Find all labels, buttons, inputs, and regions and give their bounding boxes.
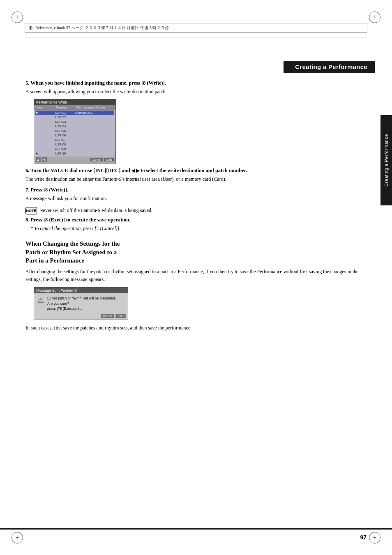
step-6-body: The write destination can be either the … <box>25 175 372 183</box>
step-5-heading: 5. When you have finished inputting the … <box>25 80 372 86</box>
step-6-heading-text: Turn the VALUE dial or use [INC][DEC] an… <box>30 168 131 173</box>
step-7-body: A message will ask you for confirmation. <box>25 195 372 203</box>
note-icon: NOTE <box>25 207 37 214</box>
header-bar: ⊕ Reference_e.book 97 ページ ２００３年７月１４日 月曜日… <box>25 23 367 33</box>
corner-mark-tr <box>369 12 380 23</box>
screen-cancel-btn[interactable]: Cancel <box>90 158 103 161</box>
note-box: NOTE Never switch off the Fantom-S while… <box>25 207 372 214</box>
arrow-right-icon: ▶ <box>136 168 139 173</box>
step-8-heading-text: Press [8 (Exec)] to execute the save ope… <box>31 217 131 223</box>
dialog-body-text: Edited patch or rhythm set will be disca… <box>47 296 116 311</box>
screen-row: USR:07 <box>35 138 114 142</box>
screen-row: USR:05 <box>35 129 114 133</box>
top-rule <box>25 37 367 37</box>
step-6-heading: 6. Turn the VALUE dial or use [INC][DEC]… <box>25 168 372 174</box>
step-5-number: 5. <box>25 80 29 86</box>
screen-row-selected: ★USR:01Sitar/Amus:C <box>35 111 114 115</box>
screen-write-btn[interactable]: Write <box>104 158 114 161</box>
page-title: Creating a Performance <box>284 61 375 73</box>
corner-mark-br <box>369 532 380 543</box>
right-tab-label: Creating a Performance <box>380 115 392 205</box>
message-dialog: Message from Fantom-S ⚠ Edited patch or … <box>34 287 128 320</box>
screen-row: ★USR:10 <box>35 151 114 156</box>
page-number: 97 <box>360 534 367 541</box>
section-heading: When Changing the Settings for thePatch … <box>25 240 372 265</box>
step-6-number: 6. <box>25 168 29 173</box>
dialog-footer: Cancel Exec <box>34 313 128 320</box>
step-5: 5. When you have finished inputting the … <box>25 80 372 164</box>
screen-row: USR:02 <box>35 115 114 120</box>
step-8-heading: 8. Press [8 (Exec)] to execute the save … <box>25 217 372 223</box>
note-text: Never switch off the Fantom-S while data… <box>39 207 152 214</box>
screen-up-btn[interactable]: ▲ <box>36 157 41 162</box>
dialog-cancel-btn[interactable]: Cancel <box>101 314 114 318</box>
dialog-body: ⚠ Edited patch or rhythm set will be dis… <box>34 293 128 313</box>
screen-row: USR:06 <box>35 133 114 138</box>
step-8-number: 8. <box>25 217 29 223</box>
screen-row: USR:09 <box>35 147 114 151</box>
bottom-rule <box>0 528 392 530</box>
step-6: 6. Turn the VALUE dial or use [INC][DEC]… <box>25 168 372 183</box>
screen-col-headers: User Number Performance Name <box>34 105 115 110</box>
screen-row: USR:04 <box>35 124 114 129</box>
corner-mark-bl <box>12 532 23 543</box>
section-body-1: After changing the settings for the patc… <box>25 268 372 283</box>
step-5-body: A screen will appear, allowing you to se… <box>25 88 372 96</box>
dialog-exec-btn[interactable]: Exec <box>115 314 126 318</box>
section-body-2: In such cases, first save the patches an… <box>25 324 372 332</box>
screen-down-btn[interactable]: ▼ <box>42 157 47 162</box>
arrow-left-icon: ◀ <box>131 168 135 173</box>
screen-row: USR:03 <box>35 120 114 124</box>
corner-mark-tl <box>12 12 23 23</box>
step-7-heading: 7. Press [8 (Write)]. <box>25 187 372 193</box>
step-6-heading-text2: to select the write destination and patc… <box>141 168 247 173</box>
dialog-title: Message from Fantom-S <box>34 288 128 293</box>
step-5-heading-text: When you have finished inputting the nam… <box>30 80 166 86</box>
screen-row: USR:08 <box>35 142 114 147</box>
step-7: 7. Press [8 (Write)]. A message will ask… <box>25 187 372 203</box>
performance-write-screen: Performance Write User Number Performanc… <box>34 99 116 164</box>
step-8: 8. Press [8 (Exec)] to execute the save … <box>25 217 372 233</box>
crosshair-icon: ⊕ <box>28 25 33 31</box>
screen-title: Performance Write <box>34 99 115 105</box>
step-8-body: * To cancel the operation, press [7 (Can… <box>25 225 372 233</box>
warning-icon: ⚠ <box>37 296 44 305</box>
header-text: Reference_e.book 97 ページ ２００３年７月１４日 月曜日 午… <box>35 25 169 31</box>
main-content: 5. When you have finished inputting the … <box>25 80 372 522</box>
screen-rows: ★USR:01Sitar/Amus:C USR:02 USR:03 USR:04… <box>34 110 115 157</box>
step-7-number: 7. <box>25 187 29 193</box>
step-7-heading-text: Press [8 (Write)]. <box>31 187 69 193</box>
